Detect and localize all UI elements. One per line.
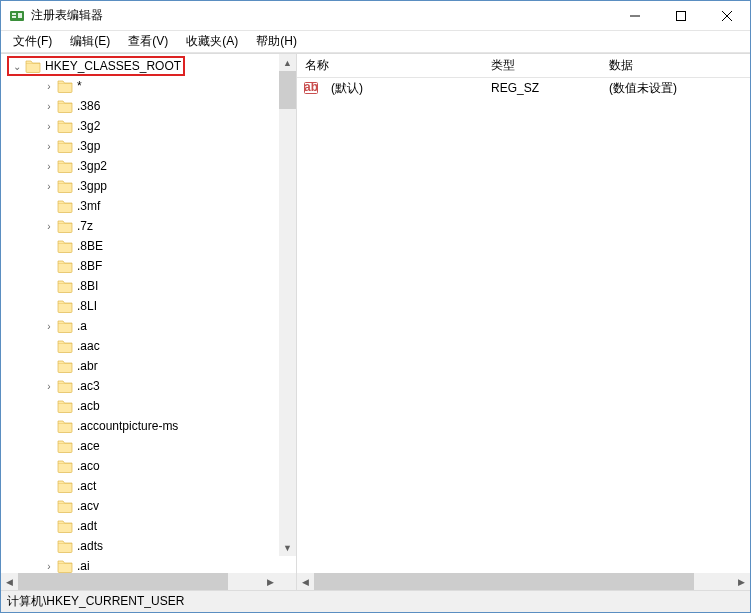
tree-node[interactable]: ›.3gp2 <box>1 156 296 176</box>
tree-node[interactable]: ›.7z <box>1 216 296 236</box>
tree-node[interactable]: .8BI <box>1 276 296 296</box>
scroll-thumb[interactable] <box>279 71 296 109</box>
tree-node-label: .ace <box>77 439 100 453</box>
tree-node[interactable]: .adts <box>1 536 296 556</box>
tree-node[interactable]: .ace <box>1 436 296 456</box>
tree-node-label: * <box>77 79 82 93</box>
scroll-track-h[interactable] <box>314 573 733 590</box>
tree-node[interactable]: .adt <box>1 516 296 536</box>
tree-node[interactable]: ›.3gp <box>1 136 296 156</box>
svg-rect-1 <box>12 13 16 15</box>
tree-node[interactable]: .acb <box>1 396 296 416</box>
tree-node-label: .3gp2 <box>77 159 107 173</box>
folder-icon <box>57 379 73 393</box>
tree-node[interactable]: .aco <box>1 456 296 476</box>
folder-icon <box>57 79 73 93</box>
tree-node[interactable]: .accountpicture-ms <box>1 416 296 436</box>
chevron-right-icon[interactable]: › <box>43 181 55 192</box>
folder-icon <box>57 519 73 533</box>
folder-icon <box>57 439 73 453</box>
folder-icon <box>57 99 73 113</box>
scroll-left-button[interactable]: ◀ <box>1 573 18 590</box>
scroll-up-button[interactable]: ▲ <box>279 54 296 71</box>
tree-node[interactable]: .8BF <box>1 256 296 276</box>
column-header-data[interactable]: 数据 <box>601 54 750 77</box>
tree-node[interactable]: ›.ai <box>1 556 296 573</box>
chevron-right-icon[interactable]: › <box>43 121 55 132</box>
menu-help[interactable]: 帮助(H) <box>248 31 305 52</box>
close-button[interactable] <box>704 1 750 30</box>
tree-node-label: .aco <box>77 459 100 473</box>
chevron-right-icon[interactable]: › <box>43 221 55 232</box>
list-body[interactable]: ab(默认)REG_SZ(数值未设置) <box>297 78 750 573</box>
tree-node[interactable]: .aac <box>1 336 296 356</box>
menu-edit[interactable]: 编辑(E) <box>62 31 118 52</box>
tree-node[interactable]: ›.a <box>1 316 296 336</box>
tree-node[interactable]: .abr <box>1 356 296 376</box>
list-scrollbar-horizontal[interactable]: ◀ ▶ <box>297 573 750 590</box>
menu-favorites[interactable]: 收藏夹(A) <box>178 31 246 52</box>
scroll-track-h[interactable] <box>18 573 262 590</box>
tree-node[interactable]: ›* <box>1 76 296 96</box>
titlebar[interactable]: 注册表编辑器 <box>1 1 750 31</box>
menu-view[interactable]: 查看(V) <box>120 31 176 52</box>
scroll-thumb-h[interactable] <box>314 573 694 590</box>
tree-node[interactable]: .3mf <box>1 196 296 216</box>
chevron-right-icon[interactable]: › <box>43 161 55 172</box>
menubar: 文件(F) 编辑(E) 查看(V) 收藏夹(A) 帮助(H) <box>1 31 750 53</box>
svg-text:ab: ab <box>304 80 318 94</box>
scroll-thumb-h[interactable] <box>18 573 228 590</box>
tree-node-label: .abr <box>77 359 98 373</box>
folder-icon <box>57 539 73 553</box>
minimize-button[interactable] <box>612 1 658 30</box>
folder-icon <box>57 159 73 173</box>
content-area: ⌄HKEY_CLASSES_ROOT›*›.386›.3g2›.3gp›.3gp… <box>1 53 750 590</box>
string-value-icon: ab <box>303 80 319 96</box>
chevron-right-icon[interactable]: › <box>43 101 55 112</box>
tree-node-label: .adts <box>77 539 103 553</box>
folder-icon <box>57 319 73 333</box>
tree-node[interactable]: ›.ac3 <box>1 376 296 396</box>
tree-scrollbar-vertical[interactable]: ▲ ▼ <box>279 54 296 556</box>
chevron-right-icon[interactable]: › <box>43 81 55 92</box>
folder-icon <box>57 499 73 513</box>
scroll-track[interactable] <box>279 71 296 539</box>
tree-scrollbar-horizontal[interactable]: ◀ ▶ <box>1 573 296 590</box>
tree-node[interactable]: .8LI <box>1 296 296 316</box>
tree-node[interactable]: .8BE <box>1 236 296 256</box>
folder-icon <box>57 139 73 153</box>
tree-node[interactable]: .act <box>1 476 296 496</box>
tree-node-label: .8BF <box>77 259 102 273</box>
scroll-left-button[interactable]: ◀ <box>297 573 314 590</box>
folder-icon <box>57 239 73 253</box>
column-header-name[interactable]: 名称 <box>297 54 483 77</box>
folder-icon <box>57 179 73 193</box>
tree-node-label: .8BI <box>77 279 98 293</box>
folder-icon <box>57 459 73 473</box>
list-row[interactable]: ab(默认)REG_SZ(数值未设置) <box>297 78 750 98</box>
tree-pane: ⌄HKEY_CLASSES_ROOT›*›.386›.3g2›.3gp›.3gp… <box>1 54 297 590</box>
chevron-right-icon[interactable]: › <box>43 561 55 572</box>
tree-node-label: .8BE <box>77 239 103 253</box>
menu-file[interactable]: 文件(F) <box>5 31 60 52</box>
scroll-right-button[interactable]: ▶ <box>262 573 279 590</box>
folder-icon <box>25 59 41 73</box>
tree-node-root[interactable]: ⌄HKEY_CLASSES_ROOT <box>1 56 296 76</box>
tree-node[interactable]: ›.386 <box>1 96 296 116</box>
list-pane: 名称 类型 数据 ab(默认)REG_SZ(数值未设置) ◀ ▶ <box>297 54 750 590</box>
tree-body[interactable]: ⌄HKEY_CLASSES_ROOT›*›.386›.3g2›.3gp›.3gp… <box>1 54 296 573</box>
chevron-right-icon[interactable]: › <box>43 141 55 152</box>
folder-icon <box>57 359 73 373</box>
chevron-right-icon[interactable]: › <box>43 381 55 392</box>
maximize-button[interactable] <box>658 1 704 30</box>
column-header-type[interactable]: 类型 <box>483 54 601 77</box>
chevron-right-icon[interactable]: › <box>43 321 55 332</box>
chevron-down-icon[interactable]: ⌄ <box>11 61 23 72</box>
tree-node[interactable]: .acv <box>1 496 296 516</box>
scroll-down-button[interactable]: ▼ <box>279 539 296 556</box>
tree-node-label: .3mf <box>77 199 100 213</box>
tree-node[interactable]: ›.3g2 <box>1 116 296 136</box>
tree-node[interactable]: ›.3gpp <box>1 176 296 196</box>
tree-node-label: .3gpp <box>77 179 107 193</box>
scroll-right-button[interactable]: ▶ <box>733 573 750 590</box>
